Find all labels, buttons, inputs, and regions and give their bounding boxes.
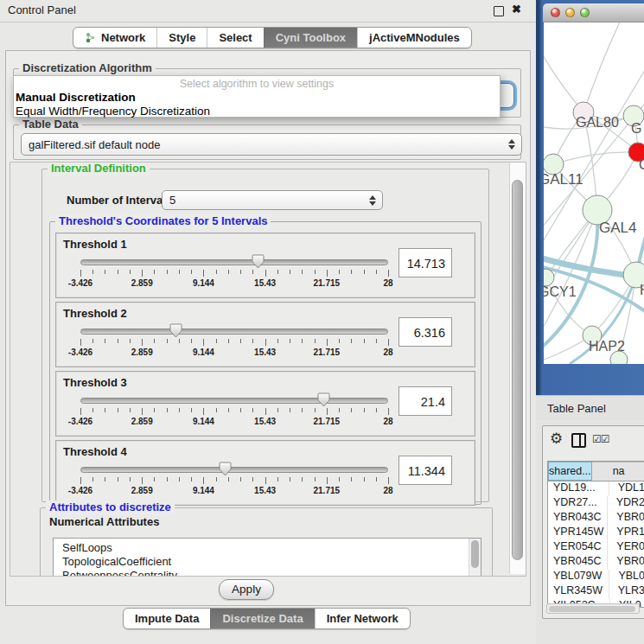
list-item[interactable]: TopologicalCoefficient: [54, 555, 481, 569]
slider-handle[interactable]: [169, 323, 182, 338]
attributes-scrollbar[interactable]: [469, 539, 481, 577]
dropdown-option-manual[interactable]: Manual Discretization: [14, 91, 500, 105]
list-item[interactable]: SelfLoops: [54, 541, 481, 555]
apply-button[interactable]: Apply: [219, 579, 274, 600]
tab-infer-network[interactable]: Infer Network: [315, 609, 410, 628]
cell-name: YDL1: [609, 481, 644, 496]
minor-tick: [339, 270, 340, 274]
slider-track[interactable]: [80, 259, 388, 265]
major-tick: [388, 477, 389, 484]
node-attribute-table[interactable]: shared... na YDL19...YDL1YDR27...YDR2YBR…: [547, 461, 644, 608]
major-tick: [327, 339, 328, 346]
interval-definition-group: Interval Definition Number of Intervals …: [41, 169, 489, 502]
table-row[interactable]: YLR345WYLR3: [548, 584, 644, 599]
minor-tick: [240, 339, 241, 343]
major-tick: [80, 477, 81, 484]
network-icon: [85, 32, 96, 43]
tab-discretize-data[interactable]: Discretize Data: [210, 609, 314, 628]
table-data-group: Table Data galFiltered.sif default node: [13, 124, 521, 160]
tab-impute-data[interactable]: Impute Data: [124, 609, 210, 628]
number-of-intervals-value: 5: [169, 194, 175, 207]
minor-tick: [154, 270, 155, 274]
tab-jactivemnodules[interactable]: jActiveMNodules: [357, 28, 471, 48]
major-tick: [203, 408, 204, 415]
dropdown-prompt-item[interactable]: Select algorithm to view settings: [14, 78, 500, 91]
network-edge[interactable]: [583, 22, 622, 112]
minor-tick: [228, 408, 229, 412]
tab-style[interactable]: Style: [156, 28, 207, 48]
tick-label: 2.859: [119, 278, 164, 288]
vertical-scrollbar[interactable]: [509, 163, 526, 574]
major-tick: [388, 270, 389, 277]
scrollbar-thumb[interactable]: [471, 540, 479, 568]
threshold-panel-1: Threshold 1-3.4262.8599.14415.4321.71528…: [55, 233, 475, 298]
horizontal-scrollbar[interactable]: [546, 603, 640, 614]
tick-label: 28: [366, 348, 411, 357]
close-icon[interactable]: ✖: [512, 3, 521, 16]
dropdown-option-equal-width[interactable]: Equal Width/Frequency Discretization: [14, 105, 500, 118]
threshold-value-field[interactable]: 21.4: [399, 386, 452, 416]
number-of-intervals-combobox[interactable]: 5: [162, 190, 383, 210]
minor-tick: [252, 477, 253, 481]
table-row[interactable]: YDL19...YDL1: [548, 481, 644, 496]
cell-shared-name: YER054C: [548, 540, 608, 555]
tab-select[interactable]: Select: [207, 28, 263, 48]
table-row[interactable]: YBR043CYBR0: [548, 511, 644, 526]
float-window-icon[interactable]: [494, 6, 504, 16]
minor-tick: [118, 408, 118, 412]
numerical-attributes-list[interactable]: SelfLoopsTopologicalCoefficientBetweenne…: [53, 538, 481, 577]
slider-track[interactable]: [80, 398, 388, 404]
tick-label: 2.859: [119, 486, 164, 495]
threshold-value-field[interactable]: 6.316: [399, 317, 452, 347]
slider-handle[interactable]: [317, 392, 330, 407]
slider-track[interactable]: [80, 467, 388, 473]
threshold-value-field[interactable]: 11.344: [399, 456, 452, 485]
minor-tick: [179, 408, 180, 412]
column-header-name[interactable]: na: [592, 462, 644, 481]
threshold-value-field[interactable]: 14.713: [399, 248, 452, 277]
table-row[interactable]: YBL079WYBL0: [548, 570, 644, 584]
scrollbar-thumb[interactable]: [549, 606, 635, 612]
minor-tick: [302, 477, 303, 481]
checkbox-icons[interactable]: ☑☑: [592, 433, 609, 445]
network-node[interactable]: [610, 351, 628, 364]
table-row[interactable]: YPR145WYPR1: [548, 526, 644, 540]
scrollbar-thumb[interactable]: [512, 180, 523, 560]
cell-name: YDR2: [608, 496, 644, 511]
list-item[interactable]: BetweennessCentrality: [54, 569, 481, 577]
minor-tick: [277, 408, 278, 412]
major-tick: [142, 339, 143, 346]
column-layout-icon[interactable]: [571, 433, 586, 448]
tick-label: 21.715: [304, 348, 349, 357]
minor-tick: [118, 339, 118, 343]
minor-tick: [105, 270, 105, 274]
mac-zoom-button[interactable]: [580, 8, 590, 17]
minor-tick: [92, 339, 93, 343]
table-row[interactable]: YBR045CYBR0: [548, 555, 644, 570]
cell-name: YBR0: [608, 555, 644, 570]
minor-tick: [290, 408, 290, 412]
network-edge[interactable]: [544, 48, 583, 112]
table-row[interactable]: YDR27...YDR2: [548, 496, 644, 511]
mac-close-button[interactable]: [551, 8, 560, 17]
tab-cyni-toolbox[interactable]: Cyni Toolbox: [264, 28, 357, 48]
threshold-panel-4: Threshold 4-3.4262.8599.14415.4321.71528…: [55, 440, 475, 506]
gear-icon[interactable]: ⚙: [550, 430, 563, 448]
group-title: Table Data: [19, 118, 82, 131]
column-header-shared[interactable]: shared...: [548, 462, 592, 481]
minor-tick: [130, 339, 131, 343]
slider-handle[interactable]: [252, 254, 265, 269]
slider-handle[interactable]: [219, 462, 232, 476]
tab-network[interactable]: Network: [73, 28, 156, 48]
mac-minimize-button[interactable]: [565, 8, 575, 17]
minor-tick: [154, 477, 155, 481]
cell-shared-name: YDL19...: [548, 481, 609, 496]
table-data-combobox[interactable]: galFiltered.sif default node: [21, 133, 522, 156]
slider-track[interactable]: [80, 328, 388, 335]
table-row[interactable]: YER054CYER0: [548, 540, 644, 555]
network-canvas[interactable]: GAL80GCGAL11GAL4GCY1HHAP2: [544, 22, 644, 364]
minor-tick: [228, 477, 229, 481]
minor-tick: [364, 408, 365, 412]
table-panel-title: Table Panel: [547, 402, 606, 415]
cell-name: YER0: [608, 540, 644, 555]
